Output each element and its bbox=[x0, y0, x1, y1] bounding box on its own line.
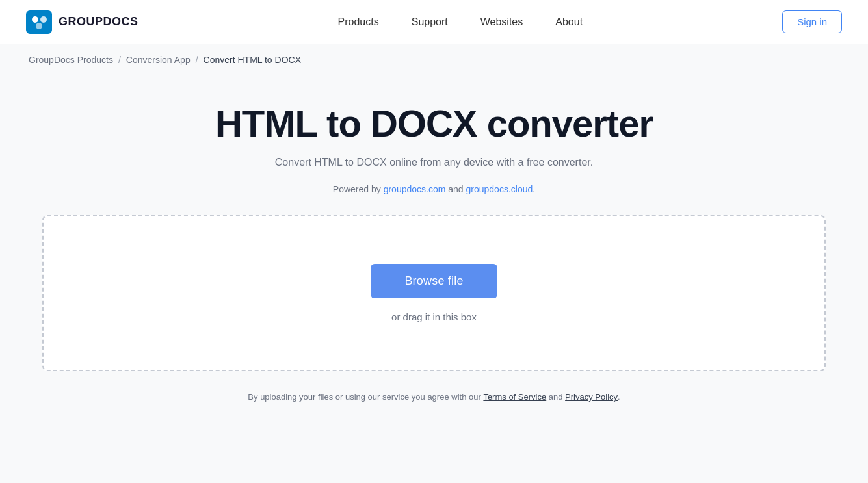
breadcrumb-separator-1: / bbox=[118, 55, 121, 65]
nav-websites[interactable]: Websites bbox=[480, 16, 523, 28]
powered-by: Powered by groupdocs.com and groupdocs.c… bbox=[333, 184, 535, 194]
breadcrumb: GroupDocs Products / Conversion App / Co… bbox=[0, 44, 868, 75]
breadcrumb-current: Convert HTML to DOCX bbox=[204, 55, 301, 65]
powered-by-link1[interactable]: groupdocs.com bbox=[384, 184, 446, 194]
browse-file-button[interactable]: Browse file bbox=[371, 264, 497, 298]
upload-dropzone[interactable]: Browse file or drag it in this box bbox=[42, 215, 826, 371]
signin-button[interactable]: Sign in bbox=[782, 10, 842, 33]
footer-note: By uploading your files or using our ser… bbox=[248, 392, 620, 402]
svg-point-2 bbox=[40, 16, 47, 23]
breadcrumb-groupdocs-products[interactable]: GroupDocs Products bbox=[29, 55, 113, 65]
terms-of-service-link[interactable]: Terms of Service bbox=[483, 392, 546, 402]
breadcrumb-conversion-app[interactable]: Conversion App bbox=[126, 55, 191, 65]
page-title: HTML to DOCX converter bbox=[215, 101, 653, 145]
nav-about[interactable]: About bbox=[555, 16, 583, 28]
page-subtitle: Convert HTML to DOCX online from any dev… bbox=[275, 157, 593, 168]
svg-point-3 bbox=[36, 23, 42, 29]
drag-text: or drag it in this box bbox=[391, 311, 477, 322]
powered-by-link2[interactable]: groupdocs.cloud bbox=[466, 184, 533, 194]
main-nav: Products Support Websites About bbox=[338, 16, 583, 28]
svg-point-1 bbox=[32, 16, 38, 23]
breadcrumb-separator-2: / bbox=[196, 55, 198, 65]
footer-note-prefix: By uploading your files or using our ser… bbox=[248, 392, 483, 402]
footer-note-between: and bbox=[546, 392, 565, 402]
logo[interactable]: GROUPDOCS bbox=[26, 10, 138, 34]
main-content: HTML to DOCX converter Convert HTML to D… bbox=[0, 75, 868, 402]
nav-support[interactable]: Support bbox=[412, 16, 448, 28]
privacy-policy-link[interactable]: Privacy Policy bbox=[565, 392, 618, 402]
svg-rect-0 bbox=[26, 10, 52, 34]
logo-text: GROUPDOCS bbox=[59, 15, 138, 29]
groupdocs-logo-icon bbox=[26, 10, 52, 34]
powered-by-between: and bbox=[445, 184, 466, 194]
nav-products[interactable]: Products bbox=[338, 16, 379, 28]
powered-by-prefix: Powered by bbox=[333, 184, 384, 194]
powered-by-suffix: . bbox=[533, 184, 535, 194]
footer-note-suffix: . bbox=[618, 392, 620, 402]
